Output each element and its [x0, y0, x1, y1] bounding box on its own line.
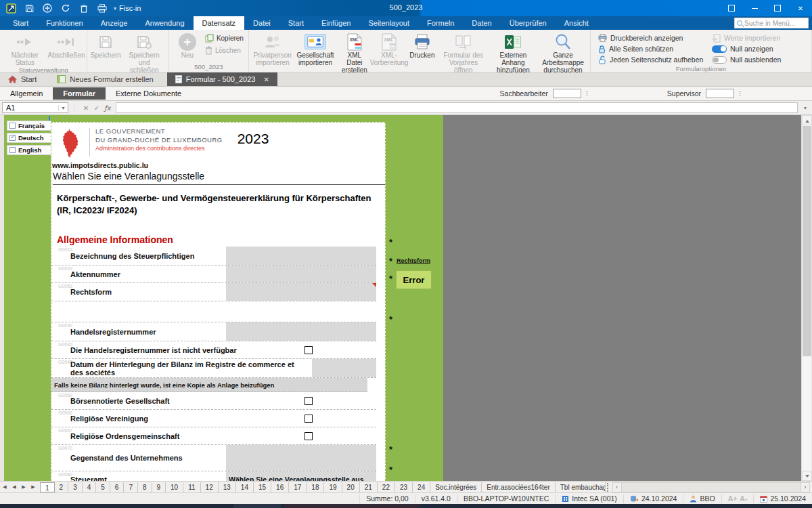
- xml-prepare-button[interactable]: XML XML-Vorbereitung: [372, 31, 406, 74]
- formula-input[interactable]: [116, 102, 798, 113]
- last-sheet-button[interactable]: ▶: [28, 484, 38, 490]
- language-option[interactable]: English: [7, 145, 51, 155]
- clerk-ellipsis-icon[interactable]: ⋮: [584, 90, 590, 97]
- scrollbar-thumb[interactable]: [803, 126, 811, 356]
- open-previous-form-button[interactable]: Formular des Vorjahres öffnen: [438, 31, 489, 74]
- menu-tab[interactable]: Überprüfen: [501, 16, 556, 30]
- steueramt-select[interactable]: Wählen Sie eine Veranlagungsstelle aus: [226, 471, 376, 481]
- language-option[interactable]: Français: [7, 121, 51, 131]
- sheet-tab[interactable]: 4: [83, 482, 97, 492]
- close-tab-icon[interactable]: ✕: [263, 76, 269, 83]
- tab-form-500-2023[interactable]: Formular - 500_2023 ✕: [167, 72, 277, 86]
- sheet-tab[interactable]: 19: [324, 482, 342, 492]
- import-private-button[interactable]: Privatperson importieren: [251, 31, 294, 74]
- sheet-tab[interactable]: 11: [183, 482, 200, 492]
- sheet-tab[interactable]: 7: [124, 482, 138, 492]
- menu-search-input[interactable]: [744, 20, 805, 27]
- tab-formular[interactable]: Formular: [53, 87, 106, 100]
- sheet-tab[interactable]: 15: [254, 482, 271, 492]
- sheet-tab[interactable]: 6: [110, 482, 125, 492]
- rechtsform-input[interactable]: [226, 283, 376, 301]
- unprotect-pages-option[interactable]: Jeden Seitenschutz aufheben: [598, 56, 712, 64]
- sheet-tab[interactable]: 9: [152, 482, 166, 492]
- close-button[interactable]: ✕: [789, 0, 812, 16]
- menu-tab[interactable]: Start: [279, 16, 313, 30]
- add-icon[interactable]: [41, 2, 53, 14]
- clerk-input[interactable]: [553, 89, 581, 98]
- menu-tab[interactable]: Ansicht: [556, 16, 597, 30]
- print-button[interactable]: Drucken: [406, 31, 438, 74]
- formula-confirm-button[interactable]: ✓: [91, 104, 102, 112]
- sheet-tab[interactable]: 24: [413, 482, 430, 492]
- sheet-tab[interactable]: 8: [138, 482, 152, 492]
- search-workbook-button[interactable]: Ganze Arbeitsmappe durchsuchen: [538, 31, 588, 74]
- formula-cancel-button[interactable]: ✕: [81, 104, 91, 112]
- rechtsform-link[interactable]: Rechtsform: [397, 257, 430, 264]
- supervisor-ellipsis-icon[interactable]: ⋮: [737, 90, 743, 97]
- sheet-tab[interactable]: 3: [68, 482, 83, 492]
- sheet-tab[interactable]: 18: [307, 482, 324, 492]
- xml-create-button[interactable]: XML XML Datei erstellen: [337, 31, 373, 74]
- insert-function-button[interactable]: ƒx: [102, 104, 113, 112]
- sheet-tab[interactable]: 10: [166, 482, 183, 492]
- delete-record-button[interactable]: Löschen: [205, 46, 244, 55]
- tab-new-form[interactable]: Neues Formular erstellen: [49, 72, 162, 86]
- menu-tab[interactable]: Datei: [244, 16, 279, 30]
- toggle-on-icon[interactable]: [712, 45, 727, 53]
- menu-tab[interactable]: Formeln: [418, 16, 463, 30]
- sheet-tab[interactable]: Soc.intégrées: [430, 482, 482, 492]
- bilanz-datum-input[interactable]: [312, 359, 376, 377]
- vertical-scrollbar[interactable]: [801, 115, 811, 481]
- sheet-tab[interactable]: 20: [342, 482, 360, 492]
- language-checkbox[interactable]: [9, 135, 16, 141]
- sheet-tab[interactable]: 14: [236, 482, 254, 492]
- scroll-down-icon[interactable]: [802, 471, 812, 481]
- finish-button[interactable]: Abschließen: [48, 31, 85, 66]
- scroll-up-icon[interactable]: [802, 115, 812, 125]
- supervisor-input[interactable]: [706, 89, 734, 98]
- religioese-vereinigung-checkbox[interactable]: [304, 415, 313, 423]
- sheet-tab[interactable]: 16: [271, 482, 289, 492]
- show-print-area-option[interactable]: Druckbereich anzeigen: [598, 34, 712, 42]
- horizontal-scroll-track[interactable]: [622, 482, 800, 492]
- sheet-tab[interactable]: 17: [289, 482, 307, 492]
- aktennummer-input[interactable]: [226, 266, 376, 282]
- maximize-button[interactable]: [766, 0, 789, 16]
- error-button[interactable]: Error: [396, 270, 432, 289]
- website-link[interactable]: www.impotsdirects.public.lu: [52, 161, 385, 169]
- save-icon[interactable]: [23, 2, 35, 14]
- sheet-tab[interactable]: Entr.associées164ter: [482, 482, 555, 492]
- tab-allgemein[interactable]: Allgemein: [0, 87, 53, 100]
- sheet-tab[interactable]: 1: [40, 482, 55, 492]
- sheet-tab[interactable]: Tbl embauchage: [556, 482, 606, 492]
- chevron-down-icon[interactable]: ▾: [58, 105, 68, 111]
- scroll-right-icon[interactable]: ›: [800, 482, 810, 492]
- import-company-button[interactable]: Gesellschaft importieren: [294, 31, 336, 74]
- minimize-button[interactable]: [743, 0, 766, 16]
- cell-reference-box[interactable]: A1 ▾: [2, 102, 68, 113]
- language-checkbox[interactable]: [9, 147, 16, 153]
- menu-tab[interactable]: Einfügen: [313, 16, 359, 30]
- app-name[interactable]: ▾ Fisc-in: [114, 4, 141, 12]
- tab-splitter-handle[interactable]: [607, 483, 611, 492]
- language-checkbox[interactable]: [9, 123, 16, 129]
- formula-expand-icon[interactable]: ▾: [800, 105, 810, 111]
- delete-icon[interactable]: [78, 2, 90, 14]
- sheet-tab[interactable]: 13: [219, 482, 236, 492]
- menu-tab[interactable]: Start: [4, 16, 37, 30]
- popout-button[interactable]: [720, 0, 743, 16]
- app-icon[interactable]: [5, 2, 17, 14]
- scroll-left-icon[interactable]: ‹: [612, 482, 622, 492]
- print-icon[interactable]: [96, 2, 108, 14]
- save-close-button[interactable]: Speichern und schließen: [122, 31, 166, 74]
- menu-tab[interactable]: Anwendung: [136, 16, 193, 30]
- handelsregister-unavailable-checkbox[interactable]: [304, 346, 313, 354]
- sheet-tab[interactable]: 5: [96, 482, 110, 492]
- import-values-option[interactable]: Werte importieren: [712, 34, 807, 43]
- refresh-icon[interactable]: [60, 2, 72, 14]
- horizontal-scrollbar[interactable]: ‹ ›: [612, 482, 810, 492]
- menu-tab[interactable]: Seitenlayout: [359, 16, 418, 30]
- attach-external-button[interactable]: Externen Anhang hinzufügen: [489, 31, 538, 74]
- next-sheet-button[interactable]: ▶: [19, 484, 28, 490]
- hide-null-option[interactable]: Null ausblenden: [712, 56, 807, 64]
